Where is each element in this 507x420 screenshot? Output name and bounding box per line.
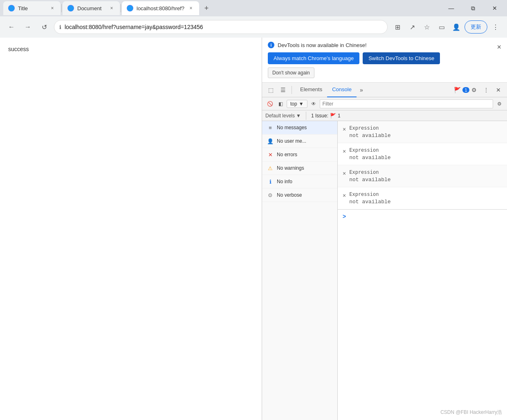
expression-2-content: Expression not available [349,147,502,161]
sidebar-item-verbose[interactable]: ⚙ No verbose [262,189,337,202]
expression-2-close[interactable]: × [343,148,346,155]
tab-document-close[interactable]: × [108,5,115,11]
console-input[interactable] [349,213,502,220]
tab-elements[interactable]: Elements [295,83,327,97]
back-button[interactable]: ← [5,20,18,34]
translate-button[interactable]: ⊞ [391,20,404,34]
default-levels-button[interactable]: Default levels ▼ [265,113,301,119]
dt-more-button[interactable]: ⋮ [481,85,491,95]
user-icon: 👤 [267,138,274,144]
secure-icon: ℹ [59,24,61,30]
default-levels-label: Default levels [265,113,295,119]
page-content: success [0,38,262,420]
live-expressions-button[interactable]: 👁 [309,99,318,108]
device-toggle-button[interactable]: ☰ [278,85,288,95]
switch-to-chinese-button[interactable]: Switch DevTools to Chinese [363,52,440,64]
notif-info-icon: i [268,42,274,48]
tab-console[interactable]: Console [327,83,357,97]
page-success-text: success [8,46,29,52]
notif-message: DevTools is now available in Chinese! [278,42,367,48]
sidebar-errors-label: No errors [277,152,297,157]
tab-localhost-close[interactable]: × [188,5,194,11]
expression-3-content: Expression not available [349,169,502,183]
tab-more-button[interactable]: » [357,87,366,93]
sidebar-item-warnings[interactable]: ⚠ No warnings [262,162,337,175]
share-button[interactable]: ↗ [406,20,419,34]
console-filter-input[interactable] [320,99,493,108]
expression-2-value: not available [349,155,502,161]
menu-button[interactable]: ⋮ [489,20,502,34]
settings-button[interactable]: ⚙ [469,85,479,95]
update-button[interactable]: 更新 [464,20,487,34]
sidebar-messages-label: No messages [277,125,307,130]
tab-title-label: Title [18,5,28,11]
context-selector[interactable]: top ▼ [287,100,307,108]
dt-tabs: Elements Console » [295,83,455,97]
tab-document[interactable]: Document × [63,1,120,15]
issues-label: 1 Issue: [311,113,328,119]
expression-4-content: Expression not available [349,191,502,205]
sidebar-item-errors[interactable]: ✕ No errors [262,148,337,162]
always-match-language-button[interactable]: Always match Chrome's language [268,52,359,64]
main-area: success i DevTools is now available in C… [0,38,507,420]
address-actions: ⊞ ↗ ☆ ▭ 👤 更新 ⋮ [391,20,502,34]
split-button[interactable]: ▭ [435,20,448,34]
title-bar: Title × Document × localhost:8080/href? … [0,0,507,16]
expression-1-close[interactable]: × [343,126,346,133]
dt-close-button[interactable]: ✕ [493,85,504,95]
issue-count: 1 [338,113,341,119]
dt-toolbar-right: 🚩 1 ⚙ ⋮ ✕ [456,85,504,95]
sidebar-item-user[interactable]: 👤 No user me... [262,135,337,148]
expression-1-value: not available [349,133,502,139]
url-text: localhost:8080/href?username=jay&passwor… [65,24,382,30]
devtools-notification: i DevTools is now available in Chinese! … [262,38,507,83]
profile-button[interactable]: 👤 [450,20,463,34]
close-button[interactable]: ✕ [485,2,504,15]
tab-title[interactable]: Title × [3,1,61,15]
title-bar-controls: — ⧉ ✕ [442,2,504,15]
dt-separator-1 [292,86,292,94]
expression-4-value: not available [349,199,502,205]
sidebar-item-info[interactable]: ℹ No info [262,175,337,189]
warning-icon: ⚠ [267,165,274,171]
tab-title-icon [8,5,15,11]
expression-3-close[interactable]: × [343,170,346,177]
info-icon: ℹ [267,178,274,185]
sidebar-info-label: No info [277,179,292,184]
tab-separator-2 [121,4,121,12]
notif-header-row: i DevTools is now available in Chinese! … [268,42,501,52]
console-prompt: > [343,213,346,220]
restore-button[interactable]: ⧉ [464,2,482,15]
url-bar[interactable]: ℹ localhost:8080/href?username=jay&passw… [54,20,388,34]
tab-title-close[interactable]: × [49,5,56,11]
new-tab-button[interactable]: + [201,2,212,14]
default-levels-bar: Default levels ▼ 1 Issue: 🚩 1 [262,110,507,121]
clear-console-button[interactable]: 🚫 [265,99,274,108]
forward-button[interactable]: → [21,20,34,34]
inspect-button[interactable]: ⬚ [265,85,276,95]
issue-flag-icon: 🚩 [330,113,336,119]
tab-localhost[interactable]: localhost:8080/href? × [122,1,199,15]
error-icon: ✕ [267,151,274,158]
issues-button[interactable]: 🚩 1 [456,85,467,95]
refresh-button[interactable]: ↺ [38,20,51,34]
browser-frame: Title × Document × localhost:8080/href? … [0,0,507,420]
expression-row-3: × Expression not available [338,165,507,187]
expression-1-label: Expression [349,125,502,131]
notif-header: i DevTools is now available in Chinese! [268,42,367,48]
filter-toggle-button[interactable]: ◧ [276,99,285,108]
minimize-button[interactable]: — [442,2,460,15]
expression-4-label: Expression [349,191,502,197]
expression-4-close[interactable]: × [343,192,346,199]
expression-row-2: × Expression not available [338,143,507,165]
expression-1-content: Expression not available [349,125,502,139]
notif-close-button[interactable]: × [497,43,501,51]
dont-show-again-button[interactable]: Don't show again [268,67,314,78]
sidebar-verbose-label: No verbose [277,192,302,198]
bookmark-button[interactable]: ☆ [420,20,433,34]
console-settings-button[interactable]: ⚙ [495,99,504,108]
levels-separator [306,112,306,120]
console-right: × Expression not available × Expression … [338,121,507,420]
expression-row-4: × Expression not available [338,187,507,209]
sidebar-item-messages[interactable]: ≡ No messages [262,121,337,135]
